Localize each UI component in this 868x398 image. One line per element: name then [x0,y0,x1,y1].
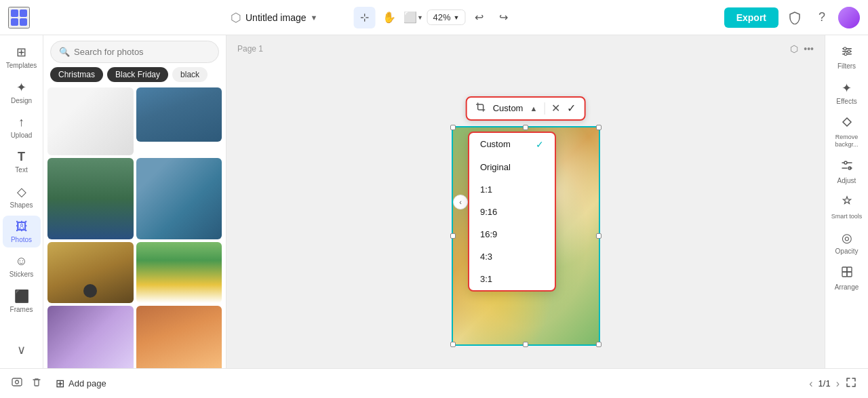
plus-icon: ⊞ [56,377,64,390]
svg-point-9 [844,53,847,56]
photo-thumb-2[interactable] [136,87,222,142]
topbar: ⬡ Untitled image ▼ ⊹ ✋ ⬜ ▼ 42% ▼ ↩ ↪ Exp… [0,0,868,35]
zoom-chevron-icon: ▼ [454,14,460,21]
right-sidebar-filters[interactable]: Filters [828,41,866,74]
user-avatar[interactable] [838,7,860,28]
file-title: Untitled image [245,12,307,23]
fullscreen-button[interactable] [845,376,857,391]
sidebar-item-frames[interactable]: ⬛ Frames [3,285,41,317]
sidebar-item-templates[interactable]: ⊞ Templates [3,41,41,73]
crop-chevron-icon[interactable]: ▲ [530,104,537,113]
fullscreen-icon [845,376,857,389]
dropdown-item-4-3[interactable]: 4:3 [469,245,555,268]
tag-black[interactable]: black [172,67,208,82]
photo-thumb-5[interactable] [47,242,134,303]
screenshot-icon [11,376,23,389]
zoom-control[interactable]: 42% ▼ [427,9,466,25]
shield-icon-button[interactable] [784,7,806,28]
right-sidebar-smart-tools[interactable]: Smart tools [828,191,866,224]
dropdown-item-1-1[interactable]: 1:1 [469,178,555,201]
collapse-panel-button[interactable]: ‹ [453,195,468,210]
photo-thumb-4[interactable] [136,158,222,239]
bottom-bar: ⊞ Add page ‹ 1/1 › [0,368,868,398]
canvas-topbar: Page 1 ⬡ ••• [226,35,825,62]
right-sidebar-adjust[interactable]: Adjust [828,155,866,188]
sidebar-expand-button[interactable]: ∨ [12,337,31,363]
page-label: Page 1 [237,44,263,54]
undo-button[interactable]: ↩ [468,7,490,28]
frames-icon: ⬛ [14,289,29,304]
tag-christmas[interactable]: Christmas [50,67,103,82]
frame-tool-button[interactable]: ⬜ ▼ [403,7,425,28]
sidebar-item-design[interactable]: ✦ Design [3,76,41,108]
dropdown-item-custom[interactable]: Custom ✓ [469,133,555,156]
right-sidebar-label-smart-tools: Smart tools [831,213,863,220]
dropdown-item-original[interactable]: Original [469,156,555,178]
canvas-option1-button[interactable]: ⬡ [790,43,798,54]
right-sidebar-effects[interactable]: ✦ Effects [828,77,866,109]
sidebar-item-stickers[interactable]: ☺ Stickers [3,250,41,282]
crop-icon [475,102,486,115]
add-page-button[interactable]: ⊞ Add page [50,374,112,393]
undo-icon: ↩ [475,11,484,24]
arrange-icon [841,266,853,281]
canvas-option2-button[interactable]: ••• [804,43,814,54]
design-icon: ✦ [16,80,26,95]
photos-search-box[interactable]: 🔍 [50,41,219,63]
export-button[interactable]: Export [724,7,778,28]
topbar-left [8,7,239,28]
crop-confirm-button[interactable]: ✓ [567,102,576,115]
file-icon: ⬡ [231,10,241,25]
photo-thumb-6[interactable] [136,242,222,303]
photo-thumb-1[interactable] [47,87,134,155]
opacity-icon: ◎ [842,231,852,245]
dropdown-item-16-9[interactable]: 16:9 [469,223,555,245]
hand-icon: ✋ [382,11,396,24]
effects-icon: ✦ [842,81,852,96]
dropdown-item-9-16[interactable]: 9:16 [469,201,555,223]
right-sidebar-remove-bg[interactable]: Remove backgr... [828,112,866,153]
svg-rect-11 [847,272,852,277]
dropdown-label-3-1: 3:1 [480,274,492,284]
svg-rect-1 [20,9,27,17]
sidebar-label-frames: Frames [10,306,33,313]
photo-thumb-7[interactable] [47,306,134,368]
photo-thumb-8[interactable] [136,306,222,368]
help-button[interactable]: ? [811,7,833,28]
sidebar-item-text[interactable]: T Text [3,146,41,178]
tag-black-friday[interactable]: Black Friday [107,67,168,82]
bottom-screenshot-button[interactable] [11,376,23,391]
svg-rect-13 [847,267,852,272]
dropdown-item-3-1[interactable]: 3:1 [469,268,555,290]
sidebar-label-upload: Upload [11,132,33,139]
sidebar-item-upload[interactable]: ↑ Upload [3,111,41,143]
file-chevron-icon[interactable]: ▼ [311,14,318,22]
photos-search-icon: 🔍 [59,47,70,57]
crop-svg-icon [475,102,486,113]
sidebar-item-shapes[interactable]: ◇ Shapes [3,180,41,213]
next-page-button[interactable]: › [836,378,840,390]
photo-thumb-3[interactable] [47,158,134,239]
hand-tool-button[interactable]: ✋ [378,7,400,28]
sidebar-item-photos[interactable]: 🖼 Photos [3,216,41,247]
logo-button[interactable] [8,7,30,28]
svg-point-7 [844,47,846,50]
sidebar-label-design: Design [11,97,32,104]
text-icon: T [18,150,25,164]
bottom-delete-button[interactable] [31,377,42,391]
right-sidebar-arrange[interactable]: Arrange [828,262,866,295]
redo-button[interactable]: ↪ [492,7,514,28]
select-tool-button[interactable]: ⊹ [354,7,376,28]
file-area: ⬡ Untitled image ▼ [231,10,317,25]
photos-search-input[interactable] [74,47,210,57]
svg-rect-3 [20,18,27,26]
page-info: 1/1 [818,378,831,389]
adjust-icon [841,159,853,175]
right-sidebar-opacity[interactable]: ◎ Opacity [828,226,866,259]
upload-icon: ↑ [18,115,24,130]
right-sidebar-label-opacity: Opacity [835,247,859,255]
crop-cancel-button[interactable]: ✕ [551,102,560,115]
canvas-topbar-right: ⬡ ••• [790,43,814,54]
prev-page-button[interactable]: ‹ [809,378,812,390]
right-sidebar: Filters ✦ Effects Remove backgr... Adjus… [825,35,868,368]
